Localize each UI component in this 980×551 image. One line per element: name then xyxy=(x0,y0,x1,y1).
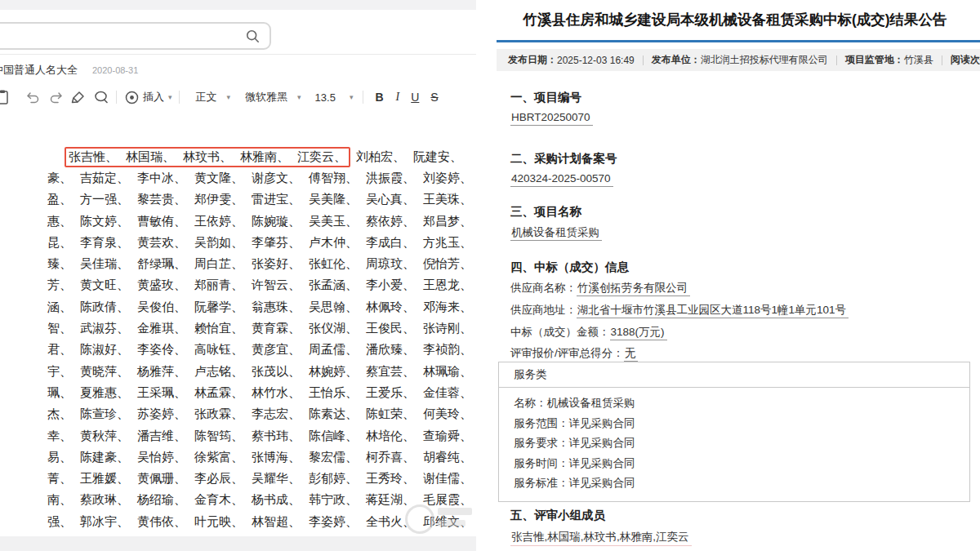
publish-date-value: 2025-12-03 16:49 xyxy=(557,55,635,66)
person-name: 林珮瑜、 xyxy=(423,364,472,380)
person-name: 查瑜舜、 xyxy=(423,429,472,444)
bold-button[interactable]: B xyxy=(375,91,383,104)
person-name: 蔡宜芸、 xyxy=(366,364,415,380)
person-name: 叶元映、 xyxy=(194,514,243,530)
document-line: 盈、方一强、黎芸贵、郑伊雯、雷进宝、吴美隆、吴心真、王美珠、 xyxy=(47,189,472,211)
document-line: 宇、黄晓萍、杨雅萍、卢志铭、张茂以、林婉婷、蔡宜芸、林珮瑜、 xyxy=(47,361,472,382)
person-name: 王俊民、 xyxy=(366,321,415,336)
person-name: 吴心真、 xyxy=(366,192,415,207)
service-table: 服务类 名称：机械设备租赁采购 服务范围：详见采购合同 服务要求：详见采购合同 … xyxy=(498,362,970,502)
person-name: 珮、 xyxy=(47,385,72,401)
person-name: 彭郁婷、 xyxy=(309,471,358,487)
person-name: 王爱乐、 xyxy=(366,385,415,401)
service-table-header: 服务类 xyxy=(499,362,969,388)
project-name-value: 机械设备租赁采购 xyxy=(510,225,602,240)
project-name: 机械设备租赁采购 xyxy=(510,226,602,241)
person-name: 林智超、 xyxy=(252,514,301,530)
person-name: 张博海、 xyxy=(252,450,301,465)
chevron-down-icon[interactable]: ▾ xyxy=(297,93,301,101)
person-name: 何美玲、 xyxy=(423,407,472,422)
toolbar-separator xyxy=(179,91,180,104)
search-input[interactable] xyxy=(0,23,246,49)
person-name: 黄佩珊、 xyxy=(137,471,186,487)
person-name: 杨书成、 xyxy=(252,492,301,508)
supplier-address-value: 湖北省十堰市竹溪县工业园区大道118号1幢1单元101号 xyxy=(577,304,849,318)
person-name: 方一强、 xyxy=(80,192,129,207)
insert-button[interactable]: 插入 xyxy=(143,90,164,104)
clear-format-icon[interactable] xyxy=(93,89,109,105)
document-line: 涵、陈政倩、吴俊伯、阮馨学、翁惠珠、吴思翰、林佩玲、邓海来、 xyxy=(47,296,472,318)
window-top-strip xyxy=(0,0,476,10)
person-name: 郑昌梦、 xyxy=(423,214,472,229)
chevron-down-icon[interactable]: ▾ xyxy=(227,93,231,101)
review-score-value: 无 xyxy=(624,347,639,362)
person-name: 吴思翰、 xyxy=(309,300,358,315)
person-name: 黄文旺、 xyxy=(80,278,129,293)
person-name: 王秀玲、 xyxy=(366,471,415,487)
underline-button[interactable]: U xyxy=(411,91,419,104)
person-name: 吉茹定、 xyxy=(80,171,129,186)
person-name: 杰、 xyxy=(47,407,72,422)
person-name: 李祯韵、 xyxy=(423,342,472,358)
font-size-select[interactable]: 13.5 xyxy=(315,91,336,104)
person-name: 王怡乐、 xyxy=(309,385,358,401)
supplier-address-row: 供应商地址：湖北省十堰市竹溪县工业园区大道118号1幢1单元101号 xyxy=(510,303,849,318)
person-name: 王依婷、 xyxy=(194,214,243,229)
chevron-down-icon[interactable]: ▾ xyxy=(168,93,172,101)
person-name: 高咏钰、 xyxy=(194,342,243,358)
redo-icon[interactable] xyxy=(47,89,64,105)
award-amount-label: 中标（成交）金额： xyxy=(510,326,610,338)
paste-icon[interactable] xyxy=(0,89,11,105)
toolbar-separator xyxy=(363,91,363,104)
person-name: 芳、 xyxy=(47,278,72,293)
person-name: 林雅南、 xyxy=(240,149,289,165)
person-name: 夏雅惠、 xyxy=(80,385,129,401)
person-name: 菁、 xyxy=(47,471,72,487)
person-name: 刘姿婷、 xyxy=(423,171,472,186)
undo-icon[interactable] xyxy=(24,89,41,105)
insert-icon[interactable] xyxy=(123,89,140,105)
toolbar-separator xyxy=(116,91,117,104)
person-name: 黄盛玫、 xyxy=(137,278,186,293)
plan-number-value: 420324-2025-00570 xyxy=(510,172,613,184)
award-amount-value: 3188(万元) xyxy=(610,326,667,340)
italic-button[interactable]: I xyxy=(396,91,400,104)
person-name: 张政霖、 xyxy=(194,407,243,422)
person-name: 陈文婷、 xyxy=(80,214,129,229)
person-name: 宇、 xyxy=(47,364,72,380)
document-line: 君、陈淑好、李姿伶、高咏钰、黄彦宜、周孟儒、潘欣臻、李祯韵、 xyxy=(47,340,472,361)
person-name: 惠、 xyxy=(47,214,72,229)
table-row: 服务范围：详见采购合同 xyxy=(499,414,969,434)
person-name: 豪、 xyxy=(47,171,72,186)
person-name: 邓海来、 xyxy=(423,300,472,315)
person-name: 君、 xyxy=(47,342,72,358)
person-name: 林佩玲、 xyxy=(366,300,415,315)
person-name: 易、 xyxy=(47,450,72,465)
font-family-select[interactable]: 微软雅黑 xyxy=(245,90,287,104)
format-painter-icon[interactable] xyxy=(70,89,87,105)
watermark-ring xyxy=(405,504,434,534)
person-name: 金雅琪、 xyxy=(137,321,186,336)
review-panel-members-row: 张吉惟,林国瑞,林玟书,林雅南,江奕云 xyxy=(510,530,692,544)
person-name: 南、 xyxy=(47,492,72,508)
review-panel-members: 张吉惟,林国瑞,林玟书,林雅南,江奕云 xyxy=(510,531,692,546)
person-name: 李中冰、 xyxy=(137,171,186,186)
document-line: 菁、王雅媛、黄佩珊、李必辰、吴耀华、彭郁婷、王秀玲、谢佳儒、 xyxy=(47,468,472,489)
person-name: 陈淑好、 xyxy=(80,342,129,358)
person-name: 吴耀华、 xyxy=(252,471,301,487)
search-bar[interactable] xyxy=(0,22,271,50)
document-text-area[interactable]: 张吉惟、林国瑞、林玟书、林雅南、江奕云、刘柏宏、阮建安、豪、吉茹定、李中冰、黄文… xyxy=(47,146,472,532)
search-icon[interactable] xyxy=(246,29,260,43)
person-name: 韩宁政、 xyxy=(309,492,358,508)
chevron-down-icon[interactable]: ▾ xyxy=(350,93,354,101)
region-value: 竹溪县 xyxy=(904,53,933,67)
editor-toolbar: 插入 ▾ 正文 ▾ 微软雅黑 ▾ 13.5 ▾ B I U S xyxy=(0,84,476,110)
document-line: 幸、黄秋萍、潘吉维、陈智筠、蔡书玮、陈信峰、林培伦、查瑜舜、 xyxy=(47,425,472,447)
supplier-name-value: 竹溪创拓劳务有限公司 xyxy=(577,282,690,296)
person-name: 陈政倩、 xyxy=(80,300,129,315)
person-name: 林培伦、 xyxy=(366,429,415,444)
person-name: 舒绿珮、 xyxy=(137,256,186,272)
document-title-row: 中国普通人名大全 2020-08-31 xyxy=(0,63,138,78)
paragraph-style-select[interactable]: 正文 xyxy=(196,90,217,104)
strikethrough-button[interactable]: S xyxy=(430,91,438,104)
